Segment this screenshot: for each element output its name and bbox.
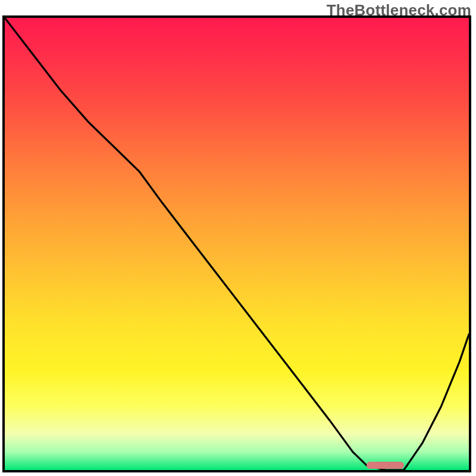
bottleneck-curve xyxy=(5,18,469,470)
chart-frame xyxy=(2,15,471,472)
bottleneck-minimum-marker xyxy=(367,462,403,469)
